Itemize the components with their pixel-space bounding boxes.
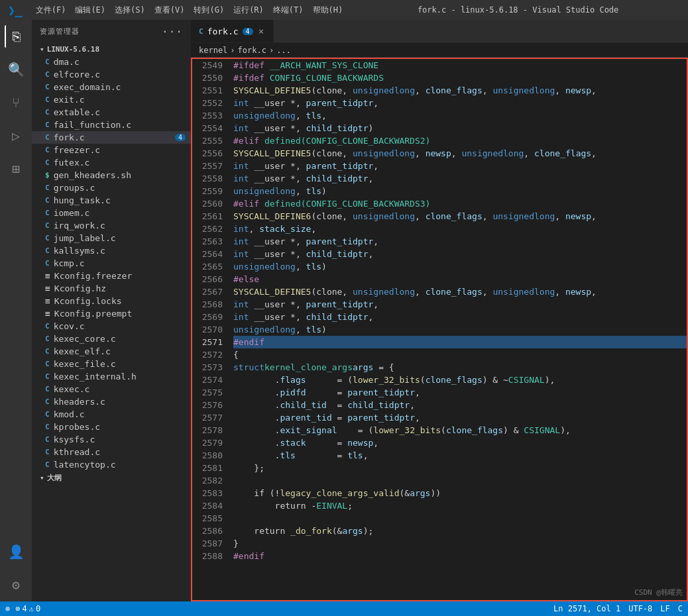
sidebar-item-irq_work-c[interactable]: C irq_work.c bbox=[32, 219, 191, 232]
language-label[interactable]: C bbox=[678, 604, 683, 613]
sidebar-item-Kconfig-freezer[interactable]: ≡ Kconfig.freezer bbox=[32, 270, 191, 282]
sidebar-item-kprobes-c[interactable]: C kprobes.c bbox=[32, 421, 191, 433]
breadcrumb-kernel[interactable]: kernel bbox=[199, 46, 227, 55]
sidebar-item-iomem-c[interactable]: C iomem.c bbox=[32, 207, 191, 219]
sidebar-item-kexec_internal-h[interactable]: C kexec_internal.h bbox=[32, 370, 191, 383]
menu-view[interactable]: 查看(V) bbox=[154, 5, 185, 16]
sidebar-item-kexec_core-c[interactable]: C kexec_core.c bbox=[32, 333, 191, 345]
line-number: 2582 bbox=[192, 474, 223, 487]
sidebar-item-kexec_file-c[interactable]: C kexec_file.c bbox=[32, 358, 191, 370]
status-right: Ln 2571, Col 1 UTF-8 LF C bbox=[553, 604, 683, 613]
file-type-icon: $ bbox=[45, 171, 50, 180]
file-name: kthread.c bbox=[54, 447, 100, 457]
line-number: 2554 bbox=[192, 122, 223, 134]
tab-file-icon: C bbox=[199, 27, 203, 36]
activity-source-control[interactable]: ⑂ bbox=[5, 91, 27, 114]
menu-edit[interactable]: 编辑(E) bbox=[75, 5, 105, 16]
breadcrumb-more[interactable]: ... bbox=[276, 46, 291, 55]
status-left: ⊗ ⊗ 4 ⚠ 0 bbox=[5, 604, 40, 613]
code-line bbox=[233, 474, 687, 487]
sidebar-item-latencytop-c[interactable]: C latencytop.c bbox=[32, 458, 191, 471]
tab-close-button[interactable]: × bbox=[257, 25, 265, 38]
sidebar-more-button[interactable]: ··· bbox=[162, 25, 183, 38]
code-line: #elif defined(CONFIG_CLONE_BACKWARDS2) bbox=[233, 134, 687, 147]
sidebar-item-ksysfs-c[interactable]: C ksysfs.c bbox=[32, 433, 191, 446]
menu-bar[interactable]: 文件(F) 编辑(E) 选择(S) 查看(V) 转到(G) 运行(R) 终端(T… bbox=[36, 5, 343, 16]
sidebar-item-Kconfig-hz[interactable]: ≡ Kconfig.hz bbox=[32, 282, 191, 295]
file-type-icon: C bbox=[45, 460, 50, 469]
code-line: unsigned long, tls) bbox=[233, 260, 687, 273]
menu-run[interactable]: 运行(R) bbox=[233, 5, 264, 16]
file-name: elfcore.c bbox=[54, 70, 100, 79]
sidebar-item-kthread-c[interactable]: C kthread.c bbox=[32, 446, 191, 458]
code-line: SYSCALL_DEFINE5(clone, unsigned long, ne… bbox=[233, 147, 687, 160]
sidebar-item-kmod-c[interactable]: C kmod.c bbox=[32, 408, 191, 421]
sidebar-item-extable-c[interactable]: C extable.c bbox=[32, 106, 191, 119]
sidebar-item-fail_function-c[interactable]: C fail_function.c bbox=[32, 119, 191, 131]
file-type-icon: C bbox=[45, 435, 50, 444]
line-number: 2568 bbox=[192, 298, 223, 311]
sidebar-item-kcov-c[interactable]: C kcov.c bbox=[32, 320, 191, 333]
sidebar-item-kexec-c[interactable]: C kexec.c bbox=[32, 383, 191, 395]
sidebar-item-jump_label-c[interactable]: C jump_label.c bbox=[32, 232, 191, 244]
menu-terminal[interactable]: 终端(T) bbox=[273, 5, 304, 16]
sidebar-item-kallsyms-c[interactable]: C kallsyms.c bbox=[32, 244, 191, 257]
error-icon: ⊗ bbox=[15, 604, 20, 613]
activity-extensions[interactable]: ⊞ bbox=[5, 158, 27, 180]
activity-bar: ⎘ 🔍 ⑂ ▷ ⊞ 👤 ⚙ bbox=[0, 20, 32, 601]
activity-settings[interactable]: ⚙ bbox=[5, 574, 27, 596]
sidebar-item-dma-c[interactable]: C dma.c bbox=[32, 56, 191, 68]
file-name: kheaders.c bbox=[54, 397, 105, 407]
sidebar-item-kcmp-c[interactable]: C kcmp.c bbox=[32, 257, 191, 270]
menu-help[interactable]: 帮助(H) bbox=[313, 5, 343, 16]
file-type-icon: C bbox=[45, 259, 50, 268]
sidebar-item-fork-c[interactable]: C fork.c 4 bbox=[32, 131, 191, 144]
cursor-position[interactable]: Ln 2571, Col 1 bbox=[553, 604, 620, 613]
file-type-icon: C bbox=[45, 410, 50, 419]
app-logo: ❯_ bbox=[8, 3, 23, 17]
activity-explorer[interactable]: ⎘ bbox=[5, 25, 27, 48]
menu-goto[interactable]: 转到(G) bbox=[194, 5, 224, 16]
sidebar-item-hung_task-c[interactable]: C hung_task.c bbox=[32, 194, 191, 207]
sidebar-item-groups-c[interactable]: C groups.c bbox=[32, 181, 191, 194]
activity-debug[interactable]: ▷ bbox=[5, 125, 27, 147]
line-number: 2579 bbox=[192, 436, 223, 449]
menu-select[interactable]: 选择(S) bbox=[115, 5, 145, 16]
sidebar-item-Kconfig-locks[interactable]: ≡ Kconfig.locks bbox=[32, 295, 191, 307]
sidebar-item-exit-c[interactable]: C exit.c bbox=[32, 93, 191, 106]
sidebar-item-freezer-c[interactable]: C freezer.c bbox=[32, 144, 191, 156]
breadcrumb-file[interactable]: fork.c bbox=[238, 46, 266, 55]
file-type-icon: C bbox=[45, 423, 50, 431]
code-content[interactable]: #ifdef __ARCH_WANT_SYS_CLONE#ifdef CONFI… bbox=[228, 59, 687, 600]
sidebar-item-gen_kheaders-sh[interactable]: $ gen_kheaders.sh bbox=[32, 169, 191, 181]
line-number: 2575 bbox=[192, 386, 223, 399]
file-name: kprobes.c bbox=[54, 422, 100, 432]
line-number: 2557 bbox=[192, 160, 223, 172]
sidebar-item-kexec_elf-c[interactable]: C kexec_elf.c bbox=[32, 345, 191, 358]
outline-section[interactable]: ▾ 大纲 bbox=[32, 471, 191, 485]
sidebar-item-Kconfig-preempt[interactable]: ≡ Kconfig.preempt bbox=[32, 307, 191, 320]
tree-root[interactable]: ▾ LINUX-5.6.18 bbox=[32, 43, 191, 56]
sidebar-item-elfcore-c[interactable]: C elfcore.c bbox=[32, 68, 191, 81]
sidebar-item-futex-c[interactable]: C futex.c bbox=[32, 156, 191, 169]
activity-account[interactable]: 👤 bbox=[5, 540, 27, 563]
activity-search[interactable]: 🔍 bbox=[5, 58, 27, 81]
line-number: 2581 bbox=[192, 462, 223, 474]
code-line: .pidfd = parent_tidptr, bbox=[233, 386, 687, 399]
menu-file[interactable]: 文件(F) bbox=[36, 5, 66, 16]
tab-fork-c[interactable]: C fork.c 4 × bbox=[191, 20, 274, 42]
eol-label[interactable]: LF bbox=[660, 604, 669, 613]
encoding-label[interactable]: UTF-8 bbox=[628, 604, 652, 613]
code-editor[interactable]: 2549255025512552255325542555255625572558… bbox=[191, 58, 688, 601]
file-name: kmod.c bbox=[54, 409, 85, 419]
git-branch-icon: ⊗ bbox=[5, 604, 10, 613]
sidebar-item-kheaders-c[interactable]: C kheaders.c bbox=[32, 395, 191, 408]
file-type-icon: C bbox=[45, 209, 50, 217]
file-tree: ▾ LINUX-5.6.18 C dma.c C elfcore.c C exe… bbox=[32, 43, 191, 601]
file-type-icon: C bbox=[45, 95, 50, 104]
sidebar-item-exec_domain-c[interactable]: C exec_domain.c bbox=[32, 81, 191, 93]
code-line: }; bbox=[233, 462, 687, 474]
line-number: 2564 bbox=[192, 248, 223, 260]
line-number: 2573 bbox=[192, 361, 223, 374]
error-count[interactable]: ⊗ 4 ⚠ 0 bbox=[15, 604, 40, 613]
